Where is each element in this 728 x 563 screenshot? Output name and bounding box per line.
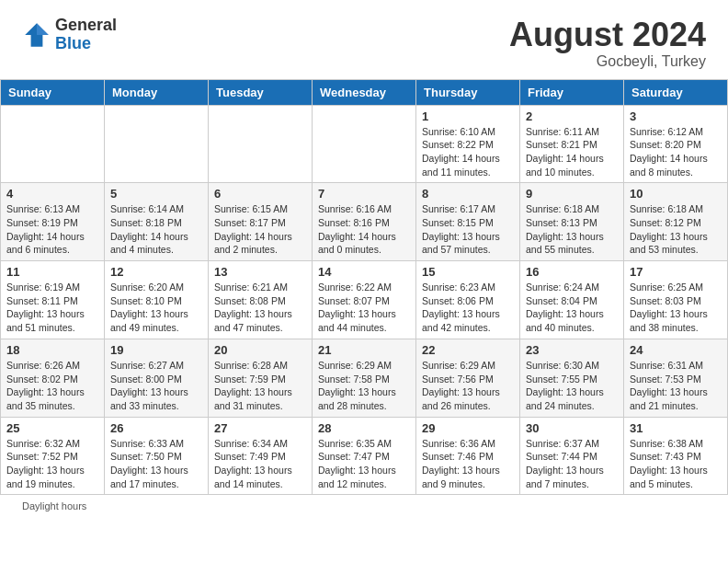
day-number: 10 (630, 187, 722, 201)
logo: General Blue (22, 17, 117, 53)
day-info: Sunrise: 6:13 AM Sunset: 8:19 PM Dayligh… (6, 202, 98, 257)
calendar-cell: 25Sunrise: 6:32 AM Sunset: 7:52 PM Dayli… (1, 417, 105, 495)
day-info: Sunrise: 6:27 AM Sunset: 8:00 PM Dayligh… (110, 359, 202, 413)
day-number: 20 (214, 343, 306, 357)
day-info: Sunrise: 6:14 AM Sunset: 8:18 PM Dayligh… (110, 202, 202, 257)
col-sunday: Sunday (1, 79, 105, 105)
day-info: Sunrise: 6:20 AM Sunset: 8:10 PM Dayligh… (110, 281, 202, 335)
day-info: Sunrise: 6:33 AM Sunset: 7:50 PM Dayligh… (110, 437, 202, 491)
logo-general-text: General (55, 17, 117, 35)
calendar-week-row: 18Sunrise: 6:26 AM Sunset: 8:02 PM Dayli… (1, 339, 728, 417)
day-number: 27 (214, 421, 306, 435)
day-number: 29 (422, 421, 514, 435)
day-info: Sunrise: 6:15 AM Sunset: 8:17 PM Dayligh… (214, 202, 306, 257)
day-number: 13 (214, 265, 306, 279)
day-info: Sunrise: 6:34 AM Sunset: 7:49 PM Dayligh… (214, 437, 306, 491)
col-friday: Friday (520, 79, 624, 105)
calendar-week-row: 1Sunrise: 6:10 AM Sunset: 8:22 PM Daylig… (1, 105, 728, 183)
calendar-cell: 23Sunrise: 6:30 AM Sunset: 7:55 PM Dayli… (520, 339, 624, 417)
day-number: 14 (318, 265, 410, 279)
calendar-cell (313, 105, 416, 183)
calendar-cell: 20Sunrise: 6:28 AM Sunset: 7:59 PM Dayli… (209, 339, 313, 417)
page-header: General Blue August 2024 Gocbeyli, Turke… (0, 0, 728, 79)
footer: Daylight hours (0, 495, 728, 517)
day-info: Sunrise: 6:29 AM Sunset: 7:56 PM Dayligh… (422, 359, 514, 413)
logo-blue-text: Blue (55, 35, 117, 53)
calendar-cell: 16Sunrise: 6:24 AM Sunset: 8:04 PM Dayli… (520, 261, 624, 339)
day-info: Sunrise: 6:10 AM Sunset: 8:22 PM Dayligh… (422, 125, 514, 179)
day-number: 6 (214, 187, 306, 201)
col-thursday: Thursday (416, 79, 520, 105)
day-number: 17 (630, 265, 722, 279)
day-number: 7 (318, 187, 410, 201)
day-info: Sunrise: 6:35 AM Sunset: 7:47 PM Dayligh… (318, 437, 410, 491)
day-number: 15 (422, 265, 514, 279)
day-number: 5 (110, 187, 202, 201)
day-info: Sunrise: 6:22 AM Sunset: 8:07 PM Dayligh… (318, 281, 410, 335)
day-info: Sunrise: 6:38 AM Sunset: 7:43 PM Dayligh… (630, 437, 722, 491)
day-number: 3 (630, 109, 722, 123)
day-info: Sunrise: 6:11 AM Sunset: 8:21 PM Dayligh… (526, 125, 618, 179)
calendar-cell: 4Sunrise: 6:13 AM Sunset: 8:19 PM Daylig… (1, 183, 105, 261)
day-info: Sunrise: 6:25 AM Sunset: 8:03 PM Dayligh… (630, 281, 722, 335)
title-area: August 2024 Gocbeyli, Turkey (509, 17, 706, 70)
calendar-cell: 17Sunrise: 6:25 AM Sunset: 8:03 PM Dayli… (624, 261, 728, 339)
calendar-cell: 22Sunrise: 6:29 AM Sunset: 7:56 PM Dayli… (416, 339, 520, 417)
calendar-cell: 10Sunrise: 6:18 AM Sunset: 8:12 PM Dayli… (624, 183, 728, 261)
day-info: Sunrise: 6:21 AM Sunset: 8:08 PM Dayligh… (214, 281, 306, 335)
day-info: Sunrise: 6:17 AM Sunset: 8:15 PM Dayligh… (422, 202, 514, 257)
day-number: 12 (110, 265, 202, 279)
day-info: Sunrise: 6:36 AM Sunset: 7:46 PM Dayligh… (422, 437, 514, 491)
day-info: Sunrise: 6:29 AM Sunset: 7:58 PM Dayligh… (318, 359, 410, 413)
day-number: 22 (422, 343, 514, 357)
day-number: 2 (526, 109, 618, 123)
day-number: 8 (422, 187, 514, 201)
day-number: 24 (630, 343, 722, 357)
day-number: 25 (6, 421, 98, 435)
day-number: 30 (526, 421, 618, 435)
footer-text: Daylight hours (22, 500, 86, 511)
day-info: Sunrise: 6:24 AM Sunset: 8:04 PM Dayligh… (526, 281, 618, 335)
calendar-cell: 28Sunrise: 6:35 AM Sunset: 7:47 PM Dayli… (313, 417, 416, 495)
calendar-cell (209, 105, 313, 183)
calendar-cell: 13Sunrise: 6:21 AM Sunset: 8:08 PM Dayli… (209, 261, 313, 339)
day-info: Sunrise: 6:31 AM Sunset: 7:53 PM Dayligh… (630, 359, 722, 413)
day-number: 16 (526, 265, 618, 279)
col-tuesday: Tuesday (209, 79, 313, 105)
day-info: Sunrise: 6:26 AM Sunset: 8:02 PM Dayligh… (6, 359, 98, 413)
day-info: Sunrise: 6:19 AM Sunset: 8:11 PM Dayligh… (6, 281, 98, 335)
calendar-cell: 6Sunrise: 6:15 AM Sunset: 8:17 PM Daylig… (209, 183, 313, 261)
calendar-cell: 5Sunrise: 6:14 AM Sunset: 8:18 PM Daylig… (105, 183, 209, 261)
day-number: 26 (110, 421, 202, 435)
calendar-table: Sunday Monday Tuesday Wednesday Thursday… (0, 79, 728, 496)
day-info: Sunrise: 6:18 AM Sunset: 8:13 PM Dayligh… (526, 202, 618, 257)
calendar-cell: 14Sunrise: 6:22 AM Sunset: 8:07 PM Dayli… (313, 261, 416, 339)
calendar-cell: 30Sunrise: 6:37 AM Sunset: 7:44 PM Dayli… (520, 417, 624, 495)
day-number: 28 (318, 421, 410, 435)
calendar-cell: 24Sunrise: 6:31 AM Sunset: 7:53 PM Dayli… (624, 339, 728, 417)
svg-marker-1 (37, 23, 49, 35)
col-monday: Monday (105, 79, 209, 105)
calendar-cell: 9Sunrise: 6:18 AM Sunset: 8:13 PM Daylig… (520, 183, 624, 261)
calendar-cell: 21Sunrise: 6:29 AM Sunset: 7:58 PM Dayli… (313, 339, 416, 417)
day-info: Sunrise: 6:30 AM Sunset: 7:55 PM Dayligh… (526, 359, 618, 413)
day-number: 11 (6, 265, 98, 279)
calendar-week-row: 25Sunrise: 6:32 AM Sunset: 7:52 PM Dayli… (1, 417, 728, 495)
day-info: Sunrise: 6:16 AM Sunset: 8:16 PM Dayligh… (318, 202, 410, 257)
day-number: 19 (110, 343, 202, 357)
calendar-cell: 31Sunrise: 6:38 AM Sunset: 7:43 PM Dayli… (624, 417, 728, 495)
day-number: 21 (318, 343, 410, 357)
day-info: Sunrise: 6:18 AM Sunset: 8:12 PM Dayligh… (630, 202, 722, 257)
month-title: August 2024 (509, 17, 706, 53)
calendar-cell: 11Sunrise: 6:19 AM Sunset: 8:11 PM Dayli… (1, 261, 105, 339)
day-info: Sunrise: 6:28 AM Sunset: 7:59 PM Dayligh… (214, 359, 306, 413)
day-info: Sunrise: 6:37 AM Sunset: 7:44 PM Dayligh… (526, 437, 618, 491)
col-saturday: Saturday (624, 79, 728, 105)
calendar-cell: 26Sunrise: 6:33 AM Sunset: 7:50 PM Dayli… (105, 417, 209, 495)
day-number: 9 (526, 187, 618, 201)
day-number: 1 (422, 109, 514, 123)
calendar-cell (105, 105, 209, 183)
day-number: 31 (630, 421, 722, 435)
day-number: 18 (6, 343, 98, 357)
calendar-header-row: Sunday Monday Tuesday Wednesday Thursday… (1, 79, 728, 105)
